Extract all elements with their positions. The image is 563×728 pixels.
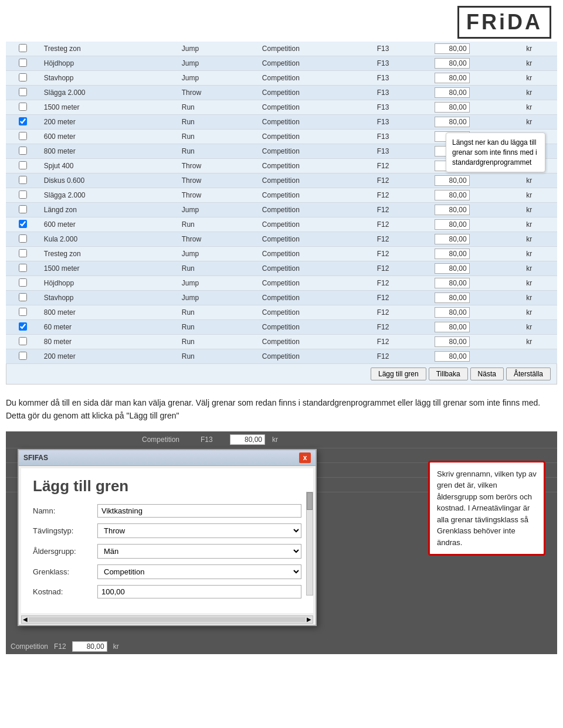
instruction-text: Du kommer då till en sida där man kan vä… <box>0 385 563 431</box>
row-checkbox-cell[interactable] <box>6 188 40 203</box>
form-row-class: Grenklass: Competition Standard <box>33 564 301 579</box>
row-checkbox-cell[interactable] <box>6 320 40 335</box>
row-checkbox-cell[interactable] <box>6 247 40 261</box>
dialog-scrollbar[interactable] <box>306 492 313 596</box>
row-checkbox-cell[interactable] <box>6 232 40 247</box>
row-type: Run <box>178 335 259 349</box>
row-checkbox[interactable] <box>19 308 27 316</box>
row-checkbox[interactable] <box>19 103 27 111</box>
scroll-left-arrow[interactable]: ◀ <box>23 616 28 622</box>
next-button[interactable]: Nästa <box>470 368 504 380</box>
row-checkbox[interactable] <box>19 147 27 155</box>
row-currency: kr <box>523 276 557 291</box>
row-checkbox-cell[interactable] <box>6 276 40 291</box>
row-currency: kr <box>523 56 557 71</box>
row-checkbox[interactable] <box>19 161 27 169</box>
row-checkbox[interactable] <box>19 352 27 360</box>
row-checkbox-cell[interactable] <box>6 335 40 349</box>
row-checkbox-cell[interactable] <box>6 261 40 276</box>
class-select[interactable]: Competition Standard <box>97 564 301 579</box>
add-branch-button[interactable]: Lägg till gren <box>371 368 426 380</box>
row-checkbox-cell[interactable] <box>6 217 40 232</box>
row-price: 80,00 <box>435 205 470 215</box>
dialog-titlebar: SFIFAS x <box>19 450 316 466</box>
row-checkbox[interactable] <box>19 59 27 67</box>
row-checkbox-cell[interactable] <box>6 100 40 115</box>
row-class: Competition <box>259 261 374 276</box>
row-price: 80,00 <box>435 102 470 113</box>
row-price: 80,00 <box>435 307 470 318</box>
row-checkbox[interactable] <box>19 337 27 345</box>
row-age: F12 <box>374 291 431 305</box>
bottom-status-row: Competition F12 80,00 kr <box>6 639 557 654</box>
reset-button[interactable]: Återställa <box>506 368 551 380</box>
row-checkbox[interactable] <box>19 73 27 81</box>
scroll-right-arrow[interactable]: ▶ <box>307 616 311 622</box>
row-price-cell: 80,00 <box>431 232 523 247</box>
dialog-title: SFIFAS <box>23 454 48 462</box>
row-checkbox[interactable] <box>19 264 27 272</box>
table-row: 800 meter Run Competition F12 80,00 kr <box>6 305 557 320</box>
row-checkbox-cell[interactable] <box>6 349 40 364</box>
row-type: Run <box>178 349 259 364</box>
row-price-cell: 80,00 <box>431 115 523 130</box>
form-row-name: Namn: <box>33 504 301 518</box>
row-age: F12 <box>374 159 431 174</box>
row-type: Throw <box>178 174 259 188</box>
row-checkbox-cell[interactable] <box>6 159 40 174</box>
table-row: Stavhopp Jump Competition F13 80,00 kr <box>6 71 557 86</box>
row-checkbox[interactable] <box>19 249 27 257</box>
dialog-content: Lägg till gren Namn: Tävlingstyp: Throw … <box>21 468 313 613</box>
row-checkbox-cell[interactable] <box>6 203 40 217</box>
row-checkbox[interactable] <box>19 190 27 199</box>
row-checkbox[interactable] <box>19 293 27 301</box>
row-checkbox[interactable] <box>19 278 27 287</box>
row-checkbox[interactable] <box>19 205 27 213</box>
table-row: Längd zon Jump Competition F12 80,00 kr <box>6 203 557 217</box>
row-checkbox-cell[interactable] <box>6 115 40 130</box>
row-class: Competition <box>259 115 374 130</box>
table-row: Kula 2.000 Throw Competition F12 80,00 k… <box>6 232 557 247</box>
row-checkbox[interactable] <box>19 44 27 52</box>
dialog-scroll-thumb[interactable] <box>307 492 313 510</box>
row-class: Competition <box>259 305 374 320</box>
row-price-cell: 80,00 <box>431 203 523 217</box>
row-name: Tresteg zon <box>40 247 178 261</box>
form-row-cost: Kostnad: <box>33 585 301 598</box>
age-select[interactable]: Män Kvinnor F13 F12 <box>97 544 301 559</box>
row-checkbox-cell[interactable] <box>6 305 40 320</box>
status-age: F12 <box>54 642 66 651</box>
dialog-bottom-scrollbar[interactable]: ◀ ▶ <box>21 615 313 624</box>
row-class: Competition <box>259 276 374 291</box>
row-checkbox[interactable] <box>19 322 27 331</box>
row-checkbox-cell[interactable] <box>6 56 40 71</box>
row-checkbox-cell[interactable] <box>6 86 40 100</box>
row-checkbox-cell[interactable] <box>6 42 40 56</box>
row-currency: kr <box>523 42 557 56</box>
row-checkbox-cell[interactable] <box>6 291 40 305</box>
row-checkbox[interactable] <box>19 117 27 125</box>
row-checkbox-cell[interactable] <box>6 71 40 86</box>
row-type: Jump <box>178 42 259 56</box>
row-checkbox-cell[interactable] <box>6 130 40 144</box>
cost-label: Kostnad: <box>33 587 97 596</box>
dialog-close-button[interactable]: x <box>299 453 311 463</box>
row-checkbox[interactable] <box>19 234 27 243</box>
row-price: 80,00 <box>435 234 470 244</box>
row-age: F12 <box>374 335 431 349</box>
cost-input[interactable] <box>97 585 301 598</box>
row-checkbox[interactable] <box>19 132 27 140</box>
row-checkbox[interactable] <box>19 88 27 96</box>
table-row: Slägga 2.000 Throw Competition F13 80,00… <box>6 86 557 100</box>
row-checkbox[interactable] <box>19 176 27 184</box>
row-checkbox[interactable] <box>19 220 27 228</box>
row-price-cell: 80,00 <box>431 261 523 276</box>
type-select[interactable]: Throw Jump Run <box>97 523 301 538</box>
row-checkbox-cell[interactable] <box>6 174 40 188</box>
back-button[interactable]: Tillbaka <box>429 368 468 380</box>
row-name: 800 meter <box>40 305 178 320</box>
row-checkbox-cell[interactable] <box>6 144 40 159</box>
row-name: 200 meter <box>40 349 178 364</box>
row-price: 80,00 <box>435 278 470 288</box>
name-input[interactable] <box>97 504 301 518</box>
